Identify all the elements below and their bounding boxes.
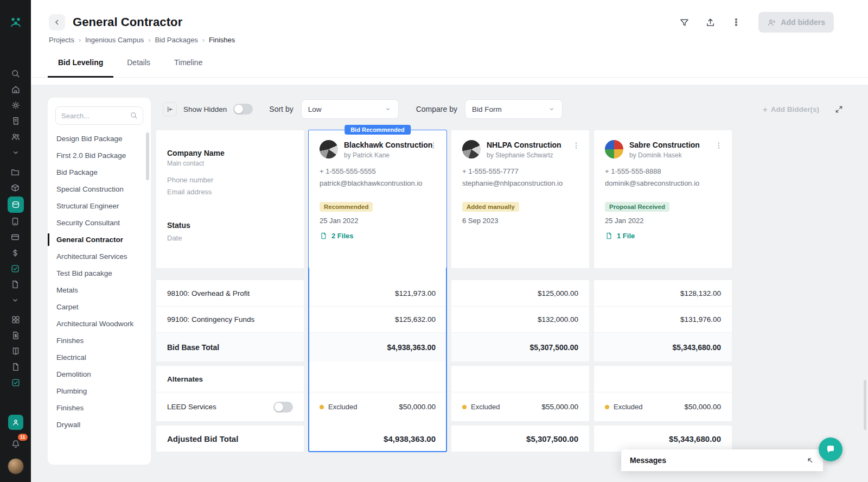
- checklist-icon[interactable]: [8, 375, 23, 390]
- chat-bubble-button[interactable]: [819, 437, 843, 461]
- bidder-options-kebab-icon[interactable]: [427, 139, 440, 152]
- tab-details[interactable]: Details: [117, 55, 161, 78]
- package-list-item[interactable]: Architectural Services: [48, 248, 151, 265]
- package-list-item[interactable]: Metals: [48, 282, 151, 299]
- invoice-icon[interactable]: [8, 113, 23, 129]
- status-badge: Proposal Received: [605, 202, 669, 212]
- overhead-value: $125,000.00: [451, 280, 589, 306]
- package-list-item[interactable]: Design Bid Package: [48, 130, 151, 147]
- bidder-name: Sabre Construction: [629, 140, 700, 150]
- alternates-spacer-row: [451, 366, 589, 392]
- package-list-item[interactable]: Finishes: [48, 332, 151, 349]
- package-list-item[interactable]: Test Bid pacakge: [48, 265, 151, 282]
- breadcrumb-project-name[interactable]: Ingenious Campus: [85, 36, 144, 44]
- team-icon[interactable]: [8, 129, 23, 144]
- package-list-item[interactable]: Electrical: [48, 349, 151, 366]
- messages-title: Messages: [630, 456, 666, 465]
- more-options-kebab-icon[interactable]: [727, 13, 745, 31]
- package-list-item[interactable]: Demolition: [48, 366, 151, 383]
- cost-dollar-icon[interactable]: [8, 245, 23, 261]
- files-link[interactable]: 2 Files: [320, 232, 353, 240]
- compare-by-dropdown[interactable]: Bid Form: [465, 99, 563, 119]
- adjusted-total-label: Adjusted Bid Total: [156, 426, 304, 452]
- package-list-item[interactable]: Special Construction: [48, 181, 151, 198]
- share-export-icon[interactable]: [701, 13, 719, 31]
- bid-comparison-board: Company Name Main contact Phone number E…: [156, 130, 732, 452]
- tab-bid-leveling[interactable]: Bid Leveling: [48, 55, 113, 78]
- excluded-dot-icon: [320, 405, 324, 409]
- device-icon[interactable]: [8, 214, 23, 229]
- adjusted-total-value: $5,307,500.00: [451, 426, 589, 452]
- user-avatar[interactable]: [8, 458, 24, 474]
- folder-icon[interactable]: [8, 164, 23, 180]
- back-button[interactable]: [49, 14, 65, 30]
- collapse-panel-icon[interactable]: [163, 102, 177, 116]
- date-label: Date: [167, 234, 293, 242]
- filter-icon[interactable]: [675, 13, 693, 31]
- bid-base-total-value: $4,938,363.00: [309, 332, 446, 362]
- app-logo-icon[interactable]: [7, 13, 24, 30]
- fullscreen-expand-icon[interactable]: [831, 102, 846, 117]
- files-link[interactable]: 1 File: [605, 232, 635, 240]
- package-list-item-active[interactable]: General Contractor: [48, 231, 151, 248]
- package-list-item[interactable]: Plumbing: [48, 383, 151, 399]
- contingency-value: $125,632.00: [309, 306, 446, 332]
- bidder-options-kebab-icon[interactable]: [570, 139, 583, 152]
- bidder-name: NHLPA Construction: [487, 140, 561, 150]
- bidder-options-kebab-icon[interactable]: [712, 139, 725, 152]
- billing-card-icon[interactable]: [8, 230, 23, 245]
- overhead-value: $121,973.00: [309, 280, 446, 306]
- estimate-doc-icon[interactable]: [8, 328, 23, 343]
- show-hidden-toggle[interactable]: [233, 104, 253, 115]
- bidder-logo: [605, 140, 623, 158]
- bidder-column-nhlpa: NHLPA Construction by Stephanie Schwartz…: [451, 130, 589, 452]
- package-list-item[interactable]: Drywall: [48, 416, 151, 433]
- adjusted-total-value: $5,343,680.00: [594, 426, 732, 452]
- package-list-item[interactable]: Security Consultant: [48, 214, 151, 231]
- settings-gear-icon[interactable]: [8, 98, 23, 113]
- document-icon[interactable]: [8, 277, 23, 292]
- library-book-icon[interactable]: [8, 344, 23, 359]
- alternates-spacer-row: [594, 366, 732, 392]
- bid-base-total-value: $5,307,500.00: [451, 332, 589, 362]
- bidder-name: Blackhawk Construction: [344, 140, 432, 150]
- package-list-item[interactable]: First 2.0 Bid Package: [48, 147, 151, 164]
- chevron-down-icon: [548, 105, 556, 113]
- package-box-icon[interactable]: [8, 180, 23, 195]
- package-list-item[interactable]: Bid Package: [48, 164, 151, 181]
- main-contact-label: Main contact: [167, 160, 293, 167]
- bid-board-icon[interactable]: [8, 196, 24, 213]
- breadcrumb-projects[interactable]: Projects: [49, 36, 74, 44]
- package-list-item[interactable]: Structural Engineer: [48, 198, 151, 214]
- workspace-app-icon[interactable]: [8, 415, 23, 430]
- search-icon[interactable]: [8, 66, 23, 81]
- tab-timeline[interactable]: Timeline: [164, 55, 213, 78]
- leed-services-label: LEED Services: [167, 403, 216, 411]
- sort-by-dropdown[interactable]: Low: [301, 99, 399, 119]
- package-list-scrollbar[interactable]: [146, 132, 149, 180]
- messages-panel[interactable]: Messages: [621, 449, 823, 471]
- breadcrumb-separator-icon: [79, 36, 81, 44]
- chevron-down-icon-2[interactable]: [8, 293, 23, 308]
- leed-services-toggle[interactable]: [273, 402, 293, 413]
- home-icon[interactable]: [8, 82, 23, 97]
- overhead-value: $128,132.00: [594, 280, 732, 306]
- package-list-item[interactable]: Finishes: [48, 399, 151, 416]
- add-bidder-button[interactable]: Add Bidder(s): [763, 105, 819, 114]
- package-list-item[interactable]: Carpet: [48, 299, 151, 315]
- package-list-item[interactable]: Architectural Woodwork: [48, 315, 151, 332]
- chevron-down-icon[interactable]: [8, 145, 23, 160]
- status-label: Status: [167, 221, 293, 230]
- labels-column: Company Name Main contact Phone number E…: [156, 130, 304, 452]
- notifications-bell-icon[interactable]: 11: [8, 436, 23, 452]
- file-icon[interactable]: [8, 359, 23, 375]
- add-bidders-button[interactable]: Add bidders: [758, 12, 834, 33]
- line-item-label: 98100: Overhead & Profit: [156, 280, 304, 306]
- breadcrumb-bid-packages[interactable]: Bid Packages: [155, 36, 198, 44]
- tasks-check-icon[interactable]: [8, 261, 23, 276]
- apps-grid-icon[interactable]: [8, 312, 23, 327]
- content-scrollbar[interactable]: [864, 380, 866, 430]
- status-badge: Added manually: [462, 202, 519, 212]
- expand-messages-icon[interactable]: [806, 456, 814, 465]
- leed-amount: $55,000.00: [541, 403, 578, 411]
